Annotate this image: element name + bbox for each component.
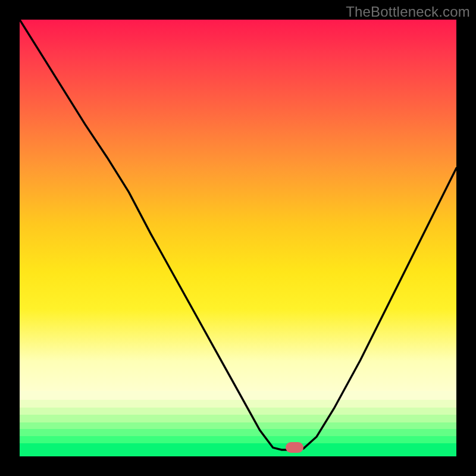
bottleneck-curve <box>20 20 456 456</box>
optimal-marker <box>286 442 303 453</box>
plot-area <box>20 20 456 456</box>
watermark-text: TheBottleneck.com <box>346 4 470 20</box>
